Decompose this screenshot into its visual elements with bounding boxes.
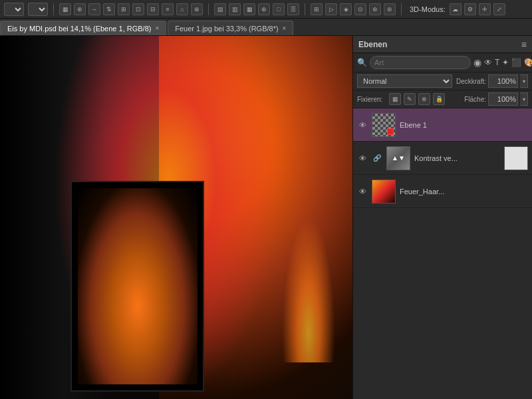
icon-21[interactable]: ⊛ <box>369 3 381 15</box>
separator-1 <box>53 3 54 15</box>
tab-eis-label: Eis by MDI.psd bei 14,1% (Ebene 1, RGB/8… <box>7 25 151 33</box>
tab-bar: Eis by MDI.psd bei 14,1% (Ebene 1, RGB/8… <box>0 19 532 36</box>
fill-group: Fläche: ▾ <box>464 92 528 106</box>
gear-icon[interactable]: ⚙ <box>464 3 476 15</box>
layer-name-ebene1: Ebene 1 <box>400 121 528 129</box>
icon-10[interactable]: ⊗ <box>191 3 203 15</box>
lock-brush-icon[interactable]: ✎ <box>404 93 416 105</box>
mode-icons: ☁ ⚙ ✛ ⤢ <box>450 3 505 15</box>
lock-all-icon[interactable]: 🔒 <box>433 93 445 105</box>
fire-sparks <box>282 217 335 362</box>
fill-label: Fläche: <box>464 96 486 103</box>
opacity-input[interactable] <box>488 74 518 88</box>
icon-8[interactable]: ≡ <box>162 3 174 15</box>
thumb-fire2 <box>372 180 395 203</box>
type-filter-icon[interactable]: T <box>495 56 499 69</box>
mode-label: 3D-Modus: <box>410 5 446 13</box>
icon-18[interactable]: ▷ <box>325 3 337 15</box>
top-toolbar: Ebene Transformationsstrg. ▦ ⊕ ↔ ⇅ ⊞ ⊡ ⊟… <box>0 0 532 19</box>
icon-12[interactable]: ▥ <box>229 3 241 15</box>
tool-icons-group-3: ⊞ ▷ ◈ ⊙ ⊛ ⊚ <box>311 3 396 15</box>
layer-name-feuer: Feuer_Haar... <box>400 188 528 196</box>
layer-row-ebene1[interactable]: 👁 Ebene 1 <box>353 108 532 142</box>
lock-row: Fixieren: ▦ ✎ ⊕ 🔒 Fläche: ▾ <box>353 90 532 108</box>
icon-6[interactable]: ⊡ <box>132 3 144 15</box>
tool-icons-group: ▦ ⊕ ↔ ⇅ ⊞ ⊡ ⊟ ≡ ⌂ ⊗ <box>59 3 203 15</box>
icon-15[interactable]: □ <box>273 3 285 15</box>
icon-11[interactable]: ▤ <box>214 3 226 15</box>
separator-4 <box>401 3 402 15</box>
tab-feuer[interactable]: Feuer 1.jpg bei 33,3% (RGB/8*) × <box>168 21 293 35</box>
lock-icons-group: ▦ ✎ ⊕ 🔒 <box>389 93 445 105</box>
icon-9[interactable]: ⌂ <box>176 3 188 15</box>
layer-dropdown[interactable]: Ebene <box>4 3 24 16</box>
layers-list: 👁 Ebene 1 👁 🔗 ▲▼ Kontrast ve... <box>353 108 532 399</box>
crosshair-icon[interactable]: ✛ <box>479 3 491 15</box>
tool-icons-group-2: ▤ ▥ ▦ ⊕ □ ☰ <box>214 3 299 15</box>
opacity-group: Deckkraft: ▾ <box>456 74 528 88</box>
separator-3 <box>305 3 305 15</box>
layer-eye-feuer[interactable]: 👁 <box>357 186 368 197</box>
panel-menu-button[interactable]: ≡ <box>521 39 527 50</box>
icon-3[interactable]: ↔ <box>88 3 100 15</box>
layer-search-input[interactable] <box>370 56 471 69</box>
layer-row-kontrast[interactable]: 👁 🔗 ▲▼ Kontrast ve... <box>353 142 532 175</box>
layer-eye-ebene1[interactable]: 👁 <box>357 120 368 130</box>
layers-panel: Ebenen ≡ 🔍 ◉ 👁 T ✦ ⬛ 🎨 🔒 Normal Deckkraf… <box>352 36 532 399</box>
eye-filter-icon[interactable]: 👁 <box>484 56 492 69</box>
attribute-filter-icon[interactable]: ⬛ <box>511 56 521 69</box>
fill-input[interactable] <box>488 92 518 106</box>
main-area: Ebenen ≡ 🔍 ◉ 👁 T ✦ ⬛ 🎨 🔒 Normal Deckkraf… <box>0 36 532 399</box>
tab-eis[interactable]: Eis by MDI.psd bei 14,1% (Ebene 1, RGB/8… <box>0 21 166 35</box>
search-row: 🔍 ◉ 👁 T ✦ ⬛ 🎨 🔒 <box>353 53 532 72</box>
layer-chain-kontrast[interactable]: 🔗 <box>372 153 382 164</box>
opacity-label: Deckkraft: <box>456 78 486 85</box>
layer-name-kontrast: Kontrast ve... <box>414 154 500 162</box>
icon-13[interactable]: ▦ <box>243 3 255 15</box>
canvas-area[interactable] <box>0 36 352 399</box>
cloud-icon[interactable]: ☁ <box>450 3 462 15</box>
opacity-arrow[interactable]: ▾ <box>520 74 528 88</box>
icon-4[interactable]: ⇅ <box>103 3 115 15</box>
canvas-composite <box>0 36 352 399</box>
separator-2 <box>208 3 209 15</box>
icon-19[interactable]: ◈ <box>340 3 352 15</box>
icon-16[interactable]: ☰ <box>287 3 299 15</box>
tab-feuer-close[interactable]: × <box>283 25 287 32</box>
layer-thumb-feuer <box>372 180 396 203</box>
filter-circle-icon[interactable]: ◉ <box>473 56 481 69</box>
layer-row-feuer-haar[interactable]: 👁 Feuer_Haar... <box>353 175 532 208</box>
icon-22[interactable]: ⊚ <box>384 3 396 15</box>
thumb-red-dot <box>387 128 394 135</box>
expand-icon[interactable]: ⤢ <box>493 3 505 15</box>
color-filter-icon[interactable]: 🎨 <box>524 56 532 69</box>
panel-title: Ebenen <box>358 40 387 49</box>
search-icon: 🔍 <box>357 56 367 69</box>
icon-17[interactable]: ⊞ <box>311 3 323 15</box>
transform-dropdown[interactable]: Transformationsstrg. <box>28 3 48 16</box>
mask-white <box>505 147 527 170</box>
layer-thumb-ebene1 <box>372 113 396 137</box>
icon-14[interactable]: ⊕ <box>258 3 270 15</box>
panel-header: Ebenen ≡ <box>353 36 532 53</box>
icon-7[interactable]: ⊟ <box>147 3 159 15</box>
blend-mode-row: Normal Deckkraft: ▾ <box>353 72 532 90</box>
icon-20[interactable]: ⊙ <box>354 3 366 15</box>
tab-feuer-label: Feuer 1.jpg bei 33,3% (RGB/8*) <box>175 25 278 33</box>
layer-thumb-kontrast: ▲▼ <box>386 146 410 170</box>
fire-heart <box>78 188 198 384</box>
effect-filter-icon[interactable]: ✦ <box>502 56 509 69</box>
icon-1[interactable]: ▦ <box>59 3 71 15</box>
fill-arrow[interactable]: ▾ <box>520 92 528 106</box>
lock-label: Fixieren: <box>357 96 382 103</box>
layer-mask-kontrast <box>504 146 528 170</box>
lock-transparent-icon[interactable]: ▦ <box>389 93 401 105</box>
layer-eye-kontrast[interactable]: 👁 <box>357 153 368 164</box>
icon-2[interactable]: ⊕ <box>74 3 86 15</box>
tab-eis-close[interactable]: × <box>155 25 159 32</box>
lock-position-icon[interactable]: ⊕ <box>418 93 430 105</box>
icon-5[interactable]: ⊞ <box>118 3 130 15</box>
blend-mode-select[interactable]: Normal <box>357 74 452 88</box>
